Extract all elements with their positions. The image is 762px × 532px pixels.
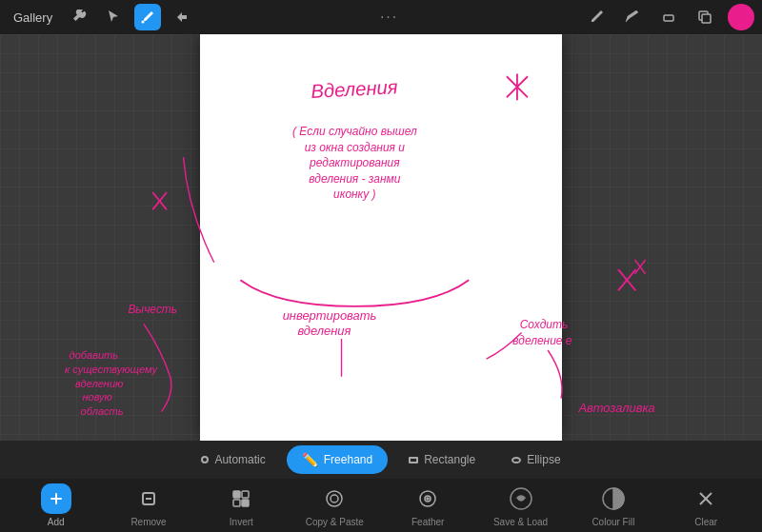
save-load-label: Save & Load bbox=[493, 517, 548, 527]
remove-button[interactable]: Remove bbox=[120, 483, 177, 527]
svg-text:новую: новую bbox=[82, 391, 111, 403]
svg-point-39 bbox=[327, 491, 342, 506]
toolbar-center: ··· bbox=[195, 9, 583, 26]
remove-icon bbox=[133, 483, 164, 514]
svg-rect-37 bbox=[233, 500, 240, 506]
canvas-area[interactable]: Вделения ( Если случайно вышел из окна с… bbox=[0, 34, 762, 441]
svg-line-28 bbox=[618, 269, 635, 290]
arrow-icon[interactable] bbox=[169, 4, 195, 30]
freehand-brush-icon: ✏️ bbox=[302, 452, 318, 467]
tab-rectangle-label: Rectangle bbox=[424, 453, 475, 466]
feather-label: Feather bbox=[411, 517, 444, 527]
svg-text:к существующему: к существующему bbox=[65, 364, 158, 375]
copy-paste-icon bbox=[319, 483, 350, 514]
tab-automatic[interactable]: Automatic bbox=[186, 445, 280, 474]
svg-rect-38 bbox=[242, 500, 249, 506]
clear-label: Clear bbox=[694, 517, 717, 527]
avatar[interactable] bbox=[728, 4, 754, 30]
ellipse-icon bbox=[511, 457, 521, 463]
invert-label: Invert bbox=[230, 517, 253, 527]
invert-icon bbox=[226, 483, 256, 514]
gallery-button[interactable]: Gallery bbox=[8, 7, 58, 29]
remove-label: Remove bbox=[130, 517, 166, 527]
svg-line-14 bbox=[152, 192, 167, 209]
tab-ellipse-label: Ellipse bbox=[527, 453, 560, 466]
svg-text:Вычесть: Вычесть bbox=[128, 303, 177, 316]
svg-point-0 bbox=[142, 21, 145, 24]
svg-rect-36 bbox=[242, 491, 249, 498]
save-load-icon bbox=[506, 483, 536, 514]
svg-point-40 bbox=[331, 495, 338, 502]
svg-line-27 bbox=[618, 269, 635, 290]
automatic-dot-icon bbox=[201, 456, 209, 463]
add-label: Add bbox=[48, 517, 65, 527]
toolbar-right bbox=[583, 4, 754, 30]
add-button[interactable]: Add bbox=[28, 483, 85, 527]
more-options-button[interactable]: ··· bbox=[380, 9, 398, 26]
toolbar-left: Gallery bbox=[8, 4, 195, 30]
wrench-icon[interactable] bbox=[66, 4, 92, 30]
tab-ellipse[interactable]: Ellipse bbox=[496, 445, 575, 474]
selection-tabs: Automatic ✏️ Freehand Rectangle Ellipse bbox=[0, 441, 762, 479]
colour-fill-button[interactable]: Colour Fill bbox=[585, 483, 642, 527]
tab-freehand[interactable]: ✏️ Freehand bbox=[287, 445, 388, 474]
layers-icon[interactable] bbox=[692, 4, 718, 30]
svg-text:область: область bbox=[81, 405, 124, 417]
save-load-button[interactable]: Save & Load bbox=[492, 483, 550, 527]
eraser-icon[interactable] bbox=[655, 4, 682, 30]
white-canvas bbox=[200, 34, 562, 441]
svg-text:добавить: добавить bbox=[70, 349, 119, 361]
cursor-icon[interactable] bbox=[100, 4, 127, 30]
brush-icon[interactable] bbox=[134, 4, 161, 30]
svg-rect-32 bbox=[50, 498, 62, 500]
svg-text:вделению: вделению bbox=[75, 378, 123, 389]
feather-button[interactable]: Feather bbox=[399, 483, 456, 527]
svg-point-43 bbox=[427, 498, 429, 500]
add-icon bbox=[41, 483, 71, 514]
tab-freehand-label: Freehand bbox=[324, 453, 372, 466]
svg-line-30 bbox=[635, 260, 646, 274]
colour-fill-icon bbox=[598, 483, 629, 514]
copy-paste-label: Copy & Paste bbox=[306, 517, 364, 527]
svg-rect-1 bbox=[664, 15, 673, 21]
svg-text:Автозаливка: Автозаливка bbox=[578, 401, 655, 415]
clear-button[interactable]: Clear bbox=[677, 483, 734, 527]
tab-rectangle[interactable]: Rectangle bbox=[393, 445, 491, 474]
rectangle-icon bbox=[409, 457, 418, 463]
svg-line-13 bbox=[152, 192, 167, 209]
tab-automatic-label: Automatic bbox=[214, 453, 265, 466]
pen-icon[interactable] bbox=[583, 4, 610, 30]
invert-button[interactable]: Invert bbox=[212, 483, 270, 527]
bottom-toolbar: Automatic ✏️ Freehand Rectangle Ellipse … bbox=[0, 441, 762, 532]
clear-icon bbox=[691, 483, 721, 514]
svg-line-29 bbox=[635, 260, 646, 274]
top-toolbar: Gallery ··· bbox=[0, 0, 762, 34]
feather-icon bbox=[412, 483, 443, 514]
copy-paste-button[interactable]: Copy & Paste bbox=[306, 483, 364, 527]
svg-rect-35 bbox=[233, 491, 240, 498]
action-buttons: Add Remove Invert bbox=[0, 479, 762, 532]
pencil-icon[interactable] bbox=[619, 4, 646, 30]
colour-fill-label: Colour Fill bbox=[592, 517, 634, 527]
svg-rect-3 bbox=[702, 14, 711, 23]
